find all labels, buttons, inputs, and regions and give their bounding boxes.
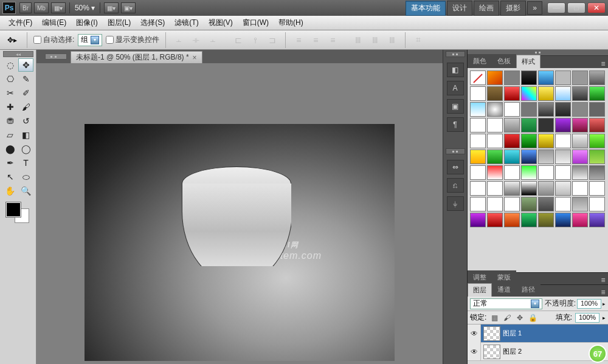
style-swatch[interactable] <box>538 102 554 117</box>
bridge-button[interactable]: Br <box>19 2 32 13</box>
blend-mode-select[interactable]: 正常 ▾ <box>470 298 542 309</box>
style-swatch[interactable] <box>470 70 486 85</box>
tab-paths[interactable]: 路径 <box>516 283 541 297</box>
style-swatch[interactable] <box>504 86 520 101</box>
style-swatch[interactable] <box>521 86 537 101</box>
dodge-tool[interactable]: ◯ <box>18 142 33 156</box>
style-swatch[interactable] <box>538 86 554 101</box>
style-swatch[interactable] <box>521 197 537 211</box>
distribute-bottom-icon[interactable]: ≡ <box>327 35 338 46</box>
screen-mode-button[interactable]: ▦▾ <box>51 2 66 13</box>
style-swatch[interactable] <box>555 70 571 85</box>
align-right-icon[interactable]: ⊐ <box>267 35 278 46</box>
menu-help[interactable]: 帮助(H) <box>274 16 308 30</box>
lock-transparency-icon[interactable]: ▦ <box>489 313 499 323</box>
lock-pixels-icon[interactable]: 🖌 <box>502 313 512 323</box>
style-swatch[interactable] <box>555 181 571 196</box>
style-swatch[interactable] <box>521 181 537 196</box>
auto-select-input[interactable] <box>33 36 41 44</box>
style-swatch[interactable] <box>470 181 486 196</box>
lock-position-icon[interactable]: ✥ <box>515 313 525 323</box>
style-swatch[interactable] <box>589 118 605 132</box>
style-swatch[interactable] <box>555 149 571 164</box>
extras-button[interactable]: ▣▾ <box>121 2 136 13</box>
healing-tool[interactable]: ✚ <box>2 100 18 114</box>
style-swatch[interactable] <box>521 118 537 132</box>
dock-expand-toggle-2[interactable] <box>446 148 465 154</box>
style-swatch[interactable] <box>470 165 486 180</box>
dock-icon-brush-presets[interactable]: ⎌ <box>447 178 464 193</box>
tab-channels[interactable]: 通道 <box>492 283 516 297</box>
style-swatch[interactable] <box>521 70 537 85</box>
gradient-tool[interactable]: ◧ <box>18 128 33 142</box>
style-swatch[interactable] <box>504 102 520 117</box>
workspace-tab-painting[interactable]: 绘画 <box>474 1 499 16</box>
style-swatch[interactable] <box>572 213 588 227</box>
style-swatch[interactable] <box>470 102 486 117</box>
layer-row[interactable]: 👁图层 2 <box>468 343 608 361</box>
style-swatch[interactable] <box>572 181 588 196</box>
panel-menu-icon[interactable]: ≡ <box>598 276 608 284</box>
foreground-color[interactable] <box>6 202 21 217</box>
path-select-tool[interactable]: ↖ <box>2 170 18 184</box>
close-document-icon[interactable]: × <box>193 53 197 62</box>
maximize-button[interactable]: □ <box>567 2 586 13</box>
style-swatch[interactable] <box>487 118 503 132</box>
style-swatch[interactable] <box>572 149 588 164</box>
show-transform-input[interactable] <box>106 36 114 44</box>
style-swatch[interactable] <box>470 134 486 148</box>
style-swatch[interactable] <box>521 102 537 117</box>
style-swatch[interactable] <box>589 213 605 227</box>
style-swatch[interactable] <box>487 213 503 227</box>
auto-select-target-select[interactable]: 组 ▾ <box>78 34 102 46</box>
pen-tool[interactable]: ✒ <box>2 156 18 170</box>
hand-tool[interactable]: ✋ <box>2 184 18 197</box>
style-swatch[interactable] <box>555 134 571 148</box>
style-swatch[interactable] <box>538 165 554 180</box>
style-swatch[interactable] <box>572 197 588 211</box>
style-swatch[interactable] <box>589 165 605 180</box>
tools-collapse-toggle[interactable]: ◂◂ <box>3 51 33 57</box>
history-brush-tool[interactable]: ↺ <box>18 114 33 128</box>
blur-tool[interactable]: ⬤ <box>2 142 18 156</box>
style-swatch[interactable] <box>487 102 503 117</box>
panel-menu-icon[interactable]: ≡ <box>598 288 608 297</box>
style-swatch[interactable] <box>589 149 605 164</box>
style-swatch[interactable] <box>572 102 588 117</box>
auto-align-icon[interactable]: ⌗ <box>413 35 424 46</box>
distribute-top-icon[interactable]: ≡ <box>293 35 304 46</box>
style-swatch[interactable] <box>589 134 605 148</box>
show-transform-checkbox[interactable]: 显示变换控件 <box>106 35 159 45</box>
style-swatch[interactable] <box>538 149 554 164</box>
style-swatch[interactable] <box>521 134 537 148</box>
distribute-hcenter-icon[interactable]: Ⅲ <box>370 35 381 46</box>
minibridge-button[interactable]: Mb <box>34 2 49 13</box>
style-swatch[interactable] <box>538 134 554 148</box>
align-hcenter-icon[interactable]: ⫯ <box>250 35 261 46</box>
move-tool[interactable]: ✥ <box>18 58 33 72</box>
style-swatch[interactable] <box>504 149 520 164</box>
tab-styles[interactable]: 样式 <box>516 55 541 68</box>
style-swatch[interactable] <box>572 134 588 148</box>
eraser-tool[interactable]: ▱ <box>2 128 18 142</box>
menu-edit[interactable]: 编辑(E) <box>37 16 71 30</box>
align-top-icon[interactable]: ⫠ <box>173 35 184 46</box>
style-swatch[interactable] <box>572 165 588 180</box>
workspace-tab-essentials[interactable]: 基本功能 <box>406 1 446 16</box>
layer-row[interactable]: 👁图层 1 <box>468 325 608 343</box>
tab-layers[interactable]: 图层 <box>468 283 492 297</box>
style-swatch[interactable] <box>538 197 554 211</box>
style-swatch[interactable] <box>555 118 571 132</box>
menu-window[interactable]: 窗口(W) <box>238 16 274 30</box>
zoom-tool[interactable]: 🔍 <box>18 184 33 197</box>
style-swatch[interactable] <box>538 70 554 85</box>
style-swatch[interactable] <box>487 134 503 148</box>
style-swatch[interactable] <box>470 86 486 101</box>
style-swatch[interactable] <box>504 134 520 148</box>
panel-menu-icon[interactable]: ≡ <box>598 60 608 68</box>
zoom-level[interactable]: 50% ▾ <box>72 4 97 12</box>
menu-layer[interactable]: 图层(L) <box>103 16 136 30</box>
style-swatch[interactable] <box>555 165 571 180</box>
marquee-tool[interactable]: ◌ <box>2 58 18 72</box>
auto-select-checkbox[interactable]: 自动选择: <box>33 35 74 45</box>
